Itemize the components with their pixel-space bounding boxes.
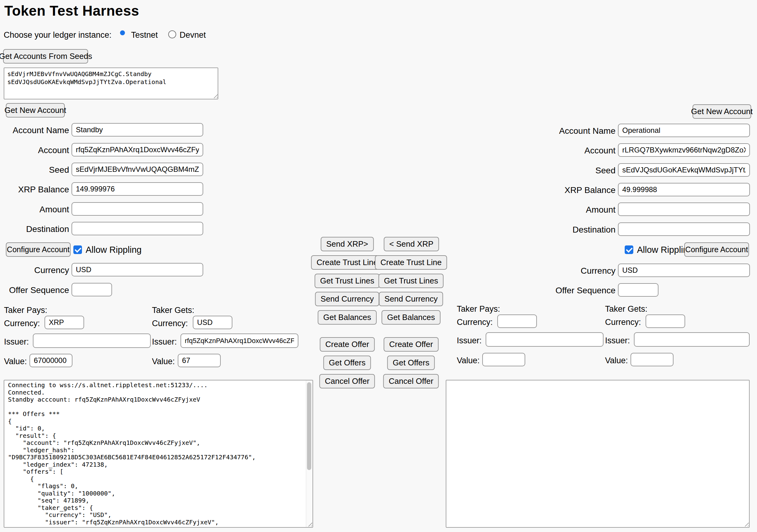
send-currency-operational-button[interactable]: Send Currency bbox=[379, 292, 443, 306]
standby-taker-gets-value-label: Value: bbox=[152, 357, 175, 366]
operational-taker-pays-currency-label: Currency: bbox=[457, 317, 493, 327]
standby-configure-account-button[interactable]: Configure Account bbox=[6, 242, 71, 257]
operational-taker-gets-issuer-label: Issuer: bbox=[605, 336, 630, 345]
standby-xrp-balance-label: XRP Balance bbox=[0, 185, 69, 194]
token-test-harness-page: Token Test Harness Choose your ledger in… bbox=[0, 0, 757, 532]
operational-configure-account-button[interactable]: Configure Account bbox=[684, 242, 749, 257]
standby-taker-gets-value-input[interactable] bbox=[178, 354, 221, 367]
operational-taker-gets-value-label: Value: bbox=[605, 356, 628, 366]
testnet-radio-label[interactable]: Testnet bbox=[131, 30, 158, 40]
create-offer-operational-button[interactable]: Create Offer bbox=[384, 337, 439, 352]
standby-taker-gets-currency-input[interactable] bbox=[193, 316, 232, 329]
get-balances-operational-button[interactable]: Get Balances bbox=[381, 310, 440, 325]
operational-taker-gets-currency-input[interactable] bbox=[646, 314, 685, 328]
standby-currency-label: Currency bbox=[0, 265, 69, 275]
operational-currency-input[interactable] bbox=[618, 264, 750, 277]
ledger-instance-label: Choose your ledger instance: bbox=[4, 30, 111, 40]
operational-seed-label: Seed bbox=[522, 166, 616, 175]
get-offers-operational-button[interactable]: Get Offers bbox=[387, 356, 435, 370]
operational-taker-pays-value-label: Value: bbox=[457, 356, 480, 366]
standby-offer-sequence-input[interactable] bbox=[72, 283, 112, 296]
standby-account-name-label: Account Name bbox=[0, 126, 69, 135]
operational-get-new-account-button[interactable]: Get New Account bbox=[692, 104, 751, 119]
cancel-offer-operational-button[interactable]: Cancel Offer bbox=[383, 374, 439, 388]
operational-taker-pays-issuer-input[interactable] bbox=[486, 332, 603, 347]
standby-amount-label: Amount bbox=[0, 205, 69, 215]
operational-currency-label: Currency bbox=[522, 266, 616, 276]
operational-allow-rippling-checkbox[interactable] bbox=[625, 246, 633, 254]
operational-amount-label: Amount bbox=[522, 205, 616, 215]
operational-taker-gets-value-input[interactable] bbox=[630, 353, 674, 366]
standby-destination-label: Destination bbox=[0, 224, 69, 234]
standby-currency-input[interactable] bbox=[72, 263, 203, 277]
operational-destination-label: Destination bbox=[522, 225, 616, 235]
standby-xrp-balance-input[interactable] bbox=[72, 182, 203, 196]
operational-offer-sequence-label: Offer Sequence bbox=[522, 286, 616, 295]
devnet-radio-label[interactable]: Devnet bbox=[180, 30, 206, 40]
standby-account-name-input[interactable] bbox=[72, 123, 203, 136]
standby-account-input[interactable] bbox=[72, 143, 203, 157]
operational-amount-input[interactable] bbox=[618, 202, 750, 216]
standby-taker-pays-currency-input[interactable] bbox=[45, 316, 84, 329]
operational-taker-gets-title: Taker Gets: bbox=[605, 304, 648, 314]
operational-destination-input[interactable] bbox=[618, 222, 750, 236]
operational-account-name-label: Account Name bbox=[522, 126, 616, 136]
get-balances-standby-button[interactable]: Get Balances bbox=[318, 310, 377, 325]
standby-results-scrollbar-thumb[interactable] bbox=[307, 382, 311, 470]
create-offer-standby-button[interactable]: Create Offer bbox=[320, 337, 375, 352]
standby-seed-label: Seed bbox=[0, 165, 69, 175]
operational-account-label: Account bbox=[522, 146, 616, 156]
standby-amount-input[interactable] bbox=[72, 202, 203, 216]
page-title: Token Test Harness bbox=[4, 2, 139, 19]
operational-results-textarea[interactable] bbox=[446, 380, 750, 528]
operational-xrp-balance-input[interactable] bbox=[618, 183, 750, 196]
cancel-offer-standby-button[interactable]: Cancel Offer bbox=[319, 374, 375, 388]
standby-destination-input[interactable] bbox=[72, 222, 203, 235]
send-currency-standby-button[interactable]: Send Currency bbox=[315, 292, 379, 306]
standby-get-new-account-button[interactable]: Get New Account bbox=[6, 103, 65, 117]
operational-xrp-balance-label: XRP Balance bbox=[522, 185, 616, 195]
standby-taker-gets-issuer-input[interactable] bbox=[180, 334, 298, 348]
create-trust-line-operational-button[interactable]: Create Trust Line bbox=[375, 255, 447, 270]
standby-taker-pays-currency-label: Currency: bbox=[4, 319, 40, 328]
standby-results-textarea[interactable]: Connecting to wss://s.altnet.rippletest.… bbox=[4, 380, 313, 528]
get-accounts-from-seeds-button[interactable]: Get Accounts From Seeds bbox=[3, 49, 88, 64]
operational-seed-input[interactable] bbox=[618, 163, 750, 177]
standby-allow-rippling-label: Allow Rippling bbox=[86, 245, 141, 255]
standby-taker-gets-currency-label: Currency: bbox=[152, 319, 188, 328]
operational-taker-pays-issuer-label: Issuer: bbox=[457, 336, 482, 345]
standby-account-label: Account bbox=[0, 145, 69, 155]
testnet-radio[interactable] bbox=[120, 30, 125, 35]
operational-taker-pays-currency-input[interactable] bbox=[497, 314, 537, 328]
standby-taker-pays-value-label: Value: bbox=[4, 357, 27, 366]
standby-taker-gets-title: Taker Gets: bbox=[152, 306, 194, 315]
get-trust-lines-standby-button[interactable]: Get Trust Lines bbox=[315, 274, 380, 288]
standby-taker-pays-issuer-label: Issuer: bbox=[4, 337, 29, 347]
seeds-textarea[interactable]: sEdVjrMJEBvVfnvVwUQAQGBM4mZJCgC.Standby … bbox=[4, 68, 218, 100]
standby-allow-rippling-checkbox[interactable] bbox=[74, 246, 82, 254]
operational-offer-sequence-input[interactable] bbox=[618, 283, 658, 297]
operational-taker-gets-issuer-input[interactable] bbox=[634, 332, 750, 347]
send-xrp-standby-button[interactable]: Send XRP> bbox=[321, 237, 374, 251]
get-trust-lines-operational-button[interactable]: Get Trust Lines bbox=[378, 274, 443, 288]
standby-taker-gets-issuer-label: Issuer: bbox=[152, 337, 177, 347]
standby-offer-sequence-label: Offer Sequence bbox=[0, 285, 69, 295]
operational-account-input[interactable] bbox=[618, 143, 750, 157]
standby-taker-pays-value-input[interactable] bbox=[29, 354, 73, 367]
operational-taker-pays-title: Taker Pays: bbox=[457, 304, 500, 314]
standby-taker-pays-title: Taker Pays: bbox=[4, 306, 47, 315]
operational-taker-pays-value-input[interactable] bbox=[482, 353, 525, 366]
create-trust-line-standby-button[interactable]: Create Trust Line bbox=[311, 255, 383, 270]
operational-account-name-input[interactable] bbox=[618, 124, 750, 137]
standby-seed-input[interactable] bbox=[72, 163, 203, 176]
send-xrp-operational-button[interactable]: < Send XRP bbox=[384, 237, 439, 251]
get-offers-standby-button[interactable]: Get Offers bbox=[323, 356, 371, 370]
standby-taker-pays-issuer-input[interactable] bbox=[33, 334, 151, 348]
devnet-radio[interactable] bbox=[168, 30, 176, 38]
operational-taker-gets-currency-label: Currency: bbox=[605, 317, 641, 327]
